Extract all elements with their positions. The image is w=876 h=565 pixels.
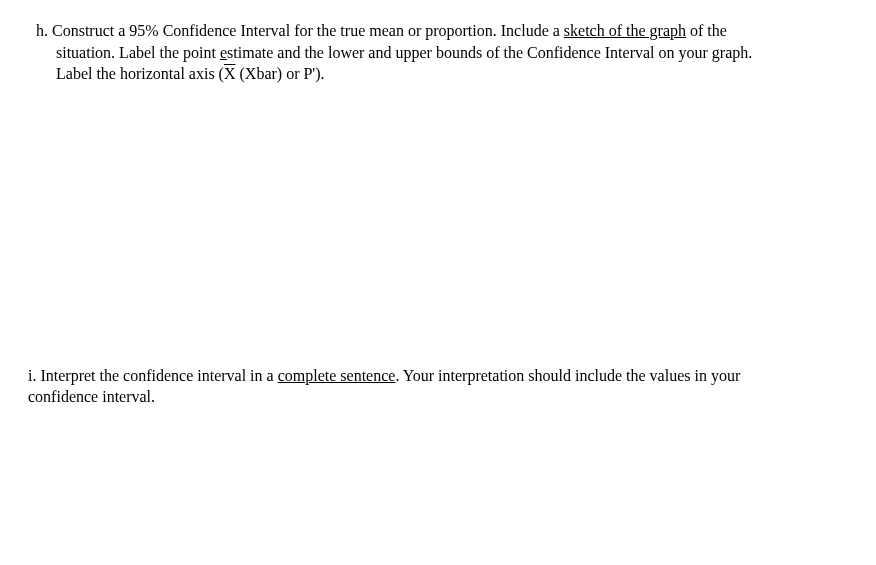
underlined-text: complete sentence <box>278 367 396 384</box>
text: Label the horizontal axis ( <box>56 65 224 82</box>
text: of the <box>686 22 727 39</box>
text: i. Interpret the confidence interval in … <box>28 367 278 384</box>
question-i-line1: i. Interpret the confidence interval in … <box>28 365 848 387</box>
question-h-line1: Construct a 95% Confidence Interval for … <box>52 22 727 39</box>
question-h: h. Construct a 95% Confidence Interval f… <box>28 20 848 85</box>
xbar-symbol: X <box>224 63 236 85</box>
text: (Xbar) or P'). <box>236 65 325 82</box>
text: . Your interpretation should include the… <box>395 367 740 384</box>
underlined-text: sketch of the graph <box>564 22 686 39</box>
underlined-text: e <box>220 44 227 61</box>
text: Construct a 95% Confidence Interval for … <box>52 22 564 39</box>
question-h-label: h. <box>36 22 48 39</box>
question-i: i. Interpret the confidence interval in … <box>28 365 848 408</box>
question-i-line2: confidence interval. <box>28 386 848 408</box>
text: stimate and the lower and upper bounds o… <box>227 44 752 61</box>
question-h-line3: Label the horizontal axis (X (Xbar) or P… <box>36 63 848 85</box>
text: situation. Label the point <box>56 44 220 61</box>
question-h-line2: situation. Label the point estimate and … <box>36 42 848 64</box>
